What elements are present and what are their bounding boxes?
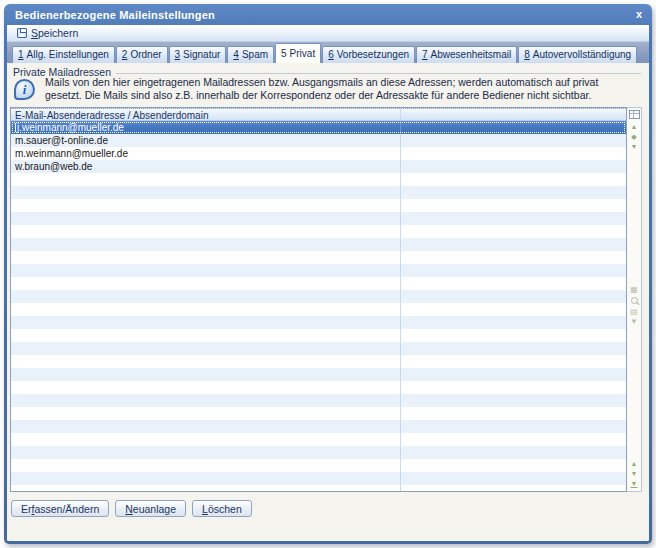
erfassen-aendern-button[interactable]: Erfassen/Ändern (11, 500, 109, 517)
search-icon[interactable] (631, 297, 638, 304)
table-row-empty[interactable] (11, 446, 626, 459)
info-text: Mails von den hier eingetragenen Mailadr… (45, 76, 598, 102)
tab-vorbesetzungen[interactable]: 6Vorbesetzungen (322, 46, 415, 63)
loeschen-button[interactable]: Löschen (192, 500, 252, 517)
scroll-next-icon[interactable]: ▼ (627, 142, 641, 152)
cell-email: m.weinmann@mueller.de (11, 147, 401, 160)
table-row-empty[interactable] (11, 368, 626, 381)
floppy-disk-icon (17, 28, 27, 38)
save-button[interactable]: Speichern (13, 26, 82, 40)
table-row[interactable]: m.weinmann@mueller.de (11, 147, 626, 160)
scroll-prev-icon[interactable]: ▲ (627, 459, 641, 469)
column-config-icon[interactable] (629, 110, 640, 119)
tab-allg-einstellungen[interactable]: 1Allg. Einstellungen (12, 46, 115, 63)
table-row-empty[interactable] (11, 433, 626, 446)
cell-email (11, 355, 401, 368)
table-row-empty[interactable] (11, 186, 626, 199)
scroll-position-icon[interactable]: ◆ (627, 132, 641, 142)
tab-spam[interactable]: 4Spam (227, 46, 274, 63)
table-row-empty[interactable] (11, 264, 626, 277)
tab-privat[interactable]: 5Privat (275, 43, 321, 63)
cell-empty (401, 355, 626, 368)
tab-ordner[interactable]: 2Ordner (116, 46, 168, 63)
cell-empty (401, 407, 626, 420)
cell-empty (401, 251, 626, 264)
tab-abwesenheitsmail[interactable]: 7Abwesenheitsmail (416, 46, 517, 63)
table-row-empty[interactable] (11, 173, 626, 186)
info-icon: i (14, 79, 35, 100)
dialog-window: Bedienerbezogene Maileinstellungen x Spe… (4, 4, 652, 544)
tab-label: Spam (242, 49, 268, 60)
grid: E-Mail-Absenderadresse / Absenderdomain … (10, 107, 627, 492)
cell-empty (401, 147, 626, 160)
table-row[interactable]: m.sauer@t-online.de (11, 134, 626, 147)
cell-empty (401, 342, 626, 355)
table-row-empty[interactable] (11, 251, 626, 264)
grid-view-icon[interactable]: ▦ (627, 285, 641, 295)
cell-empty (401, 277, 626, 290)
cell-email (11, 173, 401, 186)
cell-empty (401, 121, 626, 134)
cell-email (11, 186, 401, 199)
cell-email (11, 459, 401, 472)
cell-email (11, 407, 401, 420)
scroll-down-icon[interactable]: ▼ (627, 469, 641, 479)
cell-empty (401, 329, 626, 342)
column-header-email[interactable]: E-Mail-Absenderadresse / Absenderdomain (11, 109, 401, 120)
tab-label: Privat (290, 48, 316, 59)
button-label-part: N (125, 503, 133, 515)
table-row-empty[interactable] (11, 199, 626, 212)
tab-autovervollständigung[interactable]: 8Autovervollständigung (518, 46, 637, 63)
cell-empty (401, 472, 626, 485)
cell-email (11, 329, 401, 342)
table-row-empty[interactable] (11, 485, 626, 491)
cell-email: j.weinmann@mueller.de (11, 121, 401, 134)
table-row-empty[interactable] (11, 316, 626, 329)
scroll-last-icon[interactable]: ▼ (627, 479, 641, 489)
table-row-empty[interactable] (11, 238, 626, 251)
scroll-first-icon[interactable]: ▲ (627, 122, 641, 132)
filter-icon[interactable]: ▼ (627, 317, 641, 327)
table-row[interactable]: w.braun@web.de (11, 160, 626, 173)
neuanlage-button[interactable]: Neuanlage (115, 500, 186, 517)
cell-email (11, 433, 401, 446)
cell-empty (401, 264, 626, 277)
table-row-empty[interactable] (11, 420, 626, 433)
button-label-part: öschen (208, 503, 242, 515)
table-row-empty[interactable] (11, 355, 626, 368)
table-row-empty[interactable] (11, 329, 626, 342)
table-row-empty[interactable] (11, 342, 626, 355)
table-row-empty[interactable] (11, 459, 626, 472)
table-row-empty[interactable] (11, 225, 626, 238)
tab-signatur[interactable]: 3Signatur (169, 46, 227, 63)
table-row-empty[interactable] (11, 381, 626, 394)
tab-bar: 1Allg. Einstellungen2Ordner3Signatur4Spa… (7, 42, 649, 63)
tab-label: Vorbesetzungen (337, 49, 409, 60)
tab-number: 3 (175, 49, 181, 60)
table-row[interactable]: j.weinmann@mueller.de (11, 121, 626, 134)
table-row-empty[interactable] (11, 212, 626, 225)
cell-email (11, 381, 401, 394)
table-row-empty[interactable] (11, 407, 626, 420)
cell-empty (401, 381, 626, 394)
tab-label: Signatur (183, 49, 220, 60)
tab-number: 2 (122, 49, 128, 60)
cell-empty (401, 290, 626, 303)
close-icon[interactable]: x (636, 9, 642, 20)
title-bar: Bedienerbezogene Maileinstellungen x (7, 4, 649, 25)
table-row-empty[interactable] (11, 277, 626, 290)
cell-empty (401, 433, 626, 446)
table-row-empty[interactable] (11, 290, 626, 303)
tab-number: 7 (422, 49, 428, 60)
button-label-part: euanlage (133, 503, 176, 515)
cell-email (11, 225, 401, 238)
cell-email (11, 420, 401, 433)
cell-empty (401, 459, 626, 472)
list-view-icon[interactable]: ▤ (627, 307, 641, 317)
cell-email (11, 446, 401, 459)
table-row-empty[interactable] (11, 394, 626, 407)
table-row-empty[interactable] (11, 472, 626, 485)
table-row-empty[interactable] (11, 303, 626, 316)
cell-email (11, 342, 401, 355)
column-header-empty[interactable] (401, 109, 626, 120)
